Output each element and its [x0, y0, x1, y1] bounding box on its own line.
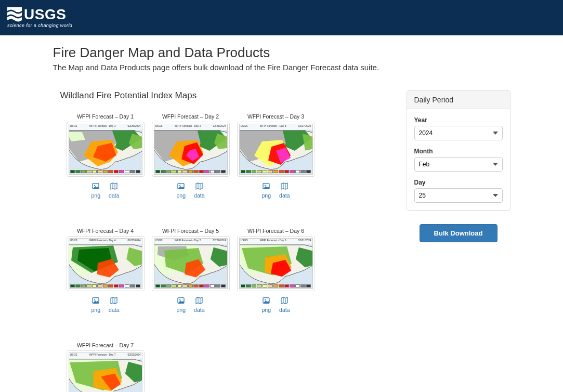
map-card: WFPI Forecast – Day 2 USGSWFPI Forecast … — [152, 113, 230, 199]
map-data-icon — [110, 182, 118, 191]
map-thumbnail: USGSWFPI Forecast - Day 502/29/2024 — [154, 238, 228, 289]
image-icon — [262, 296, 270, 306]
map-card-caption: WFPI Forecast – Day 6 — [237, 228, 315, 234]
map-data-icon — [195, 296, 203, 306]
map-card: WFPI Forecast – Day 6 USGSWFPI Forecast … — [237, 228, 315, 313]
png-download-link[interactable]: png — [262, 182, 271, 199]
map-thumbnail: USGSWFPI Forecast - Day 402/28/2024 — [69, 238, 142, 289]
map-card: WFPI Forecast – Day 4 USGSWFPI Forecast … — [67, 228, 145, 313]
map-card-caption: WFPI Forecast – Day 2 — [152, 113, 230, 120]
usgs-name: USGS — [24, 7, 66, 22]
map-card-caption: WFPI Forecast – Day 1 — [67, 113, 145, 120]
map-data-icon — [280, 296, 289, 306]
panel-header: Daily Period — [407, 91, 510, 109]
map-thumbnail: USGSWFPI Forecast - Day 703/02/2024 — [69, 352, 142, 392]
month-select[interactable]: Feb — [414, 157, 503, 172]
svg-point-9 — [265, 185, 266, 186]
map-thumbnail-link[interactable]: USGSWFPI Forecast - Day 102/25/2024 — [67, 122, 145, 177]
map-data-icon — [110, 296, 118, 306]
image-icon — [91, 182, 100, 191]
month-label: Month — [414, 148, 503, 155]
page-title: Fire Danger Map and Data Products — [53, 45, 510, 61]
map-thumbnail: USGSWFPI Forecast - Day 102/25/2024 — [69, 124, 142, 175]
data-download-link[interactable]: data — [194, 296, 204, 313]
map-card: WFPI Forecast – Day 7 USGSWFPI Forecast … — [67, 342, 145, 392]
map-thumbnail: USGSWFPI Forecast - Day 302/27/2024 — [239, 124, 313, 175]
day-label: Day — [414, 179, 503, 186]
map-thumbnail: USGSWFPI Forecast - Day 202/26/2024 — [154, 124, 228, 175]
map-thumbnail: USGSWFPI Forecast - Day 603/01/2024 — [239, 238, 313, 289]
map-card-caption: WFPI Forecast – Day 4 — [67, 228, 145, 234]
map-thumbnail-link[interactable]: USGSWFPI Forecast - Day 402/28/2024 — [67, 236, 145, 291]
svg-point-15 — [179, 299, 180, 300]
bulk-download-button[interactable]: Bulk Download — [420, 224, 497, 242]
svg-point-6 — [179, 185, 180, 186]
map-thumbnail-link[interactable]: USGSWFPI Forecast - Day 202/26/2024 — [152, 122, 230, 177]
map-data-icon — [280, 182, 289, 191]
usgs-tagline: science for a changing world — [7, 23, 72, 28]
cards-grid: WFPI Forecast – Day 1 USGSWFPI Forecast … — [53, 113, 386, 392]
svg-point-3 — [94, 185, 95, 186]
map-thumbnail-link[interactable]: USGSWFPI Forecast - Day 603/01/2024 — [237, 236, 315, 291]
site-header: USGS science for a changing world — [0, 0, 563, 35]
map-card-caption: WFPI Forecast – Day 7 — [67, 342, 145, 348]
image-icon — [177, 182, 185, 191]
svg-point-12 — [94, 299, 95, 300]
usgs-logo: USGS science for a changing world — [7, 7, 72, 28]
map-card: WFPI Forecast – Day 3 USGSWFPI Forecast … — [237, 113, 315, 199]
map-thumbnail-link[interactable]: USGSWFPI Forecast - Day 703/02/2024 — [67, 350, 145, 392]
image-icon — [91, 296, 100, 306]
page-subtitle: The Map and Data Products page offers bu… — [53, 63, 510, 72]
map-thumbnail-link[interactable]: USGSWFPI Forecast - Day 502/29/2024 — [152, 236, 230, 291]
map-card: WFPI Forecast – Day 1 USGSWFPI Forecast … — [67, 113, 145, 199]
data-download-link[interactable]: data — [109, 182, 119, 199]
year-label: Year — [414, 116, 503, 124]
section-title: Wildland Fire Potential Index Maps — [60, 90, 386, 101]
svg-point-18 — [265, 299, 266, 300]
data-download-link[interactable]: data — [279, 182, 290, 199]
data-download-link[interactable]: data — [109, 296, 119, 313]
map-thumbnail-link[interactable]: USGSWFPI Forecast - Day 302/27/2024 — [237, 122, 315, 177]
map-card-caption: WFPI Forecast – Day 3 — [237, 113, 315, 120]
png-download-link[interactable]: png — [177, 296, 186, 313]
png-download-link[interactable]: png — [91, 182, 101, 199]
usgs-wave-icon — [7, 7, 22, 22]
data-download-link[interactable]: data — [279, 296, 290, 313]
png-download-link[interactable]: png — [91, 296, 101, 313]
map-card-caption: WFPI Forecast – Day 5 — [152, 228, 230, 234]
daily-period-panel: Daily Period Year 2024 Month Feb — [407, 90, 510, 211]
year-select[interactable]: 2024 — [414, 126, 503, 140]
data-download-link[interactable]: data — [194, 182, 204, 199]
day-select[interactable]: 25 — [414, 188, 503, 203]
png-download-link[interactable]: png — [177, 182, 186, 199]
png-download-link[interactable]: png — [262, 296, 271, 313]
image-icon — [262, 182, 270, 191]
map-data-icon — [195, 182, 203, 191]
image-icon — [177, 296, 185, 306]
map-card: WFPI Forecast – Day 5 USGSWFPI Forecast … — [152, 228, 230, 313]
